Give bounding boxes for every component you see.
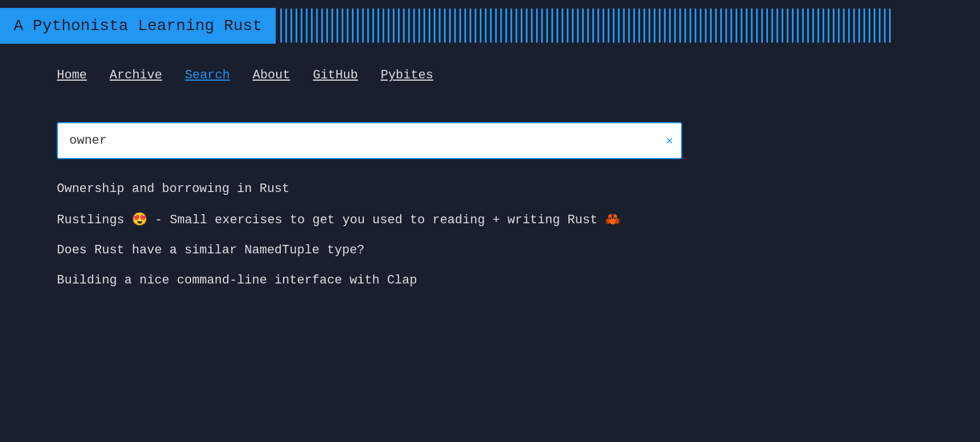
site-title-bg: A Pythonista Learning Rust: [0, 8, 276, 44]
nav-home[interactable]: Home: [57, 68, 87, 82]
header-bar: [751, 9, 753, 43]
nav-search[interactable]: Search: [185, 68, 230, 82]
header-bar: [684, 9, 686, 43]
header-bar: [377, 9, 379, 43]
site-header: A Pythonista Learning Rust: [0, 0, 980, 51]
header-bar: [572, 9, 574, 43]
header-bar: [372, 9, 374, 43]
header-bar: [541, 9, 543, 43]
header-bar: [592, 9, 594, 43]
result-item[interactable]: Does Rust have a similar NamedTuple type…: [57, 243, 923, 257]
header-bar: [388, 9, 389, 43]
header-bar: [357, 9, 359, 43]
result-item[interactable]: Building a nice command-line interface w…: [57, 273, 923, 287]
header-bar: [551, 9, 553, 43]
header-bar: [505, 9, 507, 43]
header-bar: [633, 9, 635, 43]
header-bar: [730, 9, 732, 43]
result-item[interactable]: Ownership and borrowing in Rust: [57, 182, 923, 196]
header-bar: [715, 9, 717, 43]
header-bar: [812, 9, 814, 43]
header-bar: [838, 9, 840, 43]
header-bar: [301, 9, 302, 43]
nav-pybites[interactable]: Pybites: [381, 68, 433, 82]
header-bar: [761, 9, 763, 43]
header-bar: [546, 9, 548, 43]
nav-github[interactable]: GitHub: [313, 68, 358, 82]
main-nav: Home Archive Search About GitHub Pybites: [0, 51, 980, 99]
site-title: A Pythonista Learning Rust: [14, 17, 262, 35]
header-bar: [567, 9, 568, 43]
header-bar: [326, 9, 328, 43]
header-bar: [444, 9, 446, 43]
header-bar: [705, 9, 707, 43]
header-bar: [352, 9, 354, 43]
header-bar: [643, 9, 645, 43]
header-bar: [613, 9, 614, 43]
header-bar: [725, 9, 727, 43]
header-bar: [695, 9, 696, 43]
header-bar: [843, 9, 845, 43]
header-bar: [383, 9, 384, 43]
header-bar: [562, 9, 563, 43]
header-bar: [408, 9, 410, 43]
header-bar: [623, 9, 625, 43]
header-bar: [823, 9, 824, 43]
header-bar: [367, 9, 369, 43]
header-bar: [398, 9, 400, 43]
header-bar: [577, 9, 579, 43]
header-bar: [587, 9, 589, 43]
header-bar: [863, 9, 865, 43]
header-bar: [331, 9, 333, 43]
header-bar: [475, 9, 476, 43]
header-bar: [311, 9, 313, 43]
header-bar: [495, 9, 497, 43]
search-clear-button[interactable]: ×: [666, 134, 673, 148]
header-bar: [536, 9, 538, 43]
header-bar: [337, 9, 338, 43]
header-bar: [449, 9, 451, 43]
header-bar: [797, 9, 799, 43]
header-bar: [362, 9, 364, 43]
header-bar: [792, 9, 794, 43]
header-bar: [802, 9, 804, 43]
header-bar: [285, 9, 287, 43]
header-bar: [700, 9, 701, 43]
header-bar: [459, 9, 461, 43]
header-bar: [608, 9, 609, 43]
header-bar: [429, 9, 430, 43]
header-bar: [306, 9, 308, 43]
header-bar: [347, 9, 348, 43]
header-bar: [853, 9, 855, 43]
header-bar: [480, 9, 481, 43]
header-bar: [766, 9, 768, 43]
nav-archive[interactable]: Archive: [110, 68, 162, 82]
header-bar: [434, 9, 435, 43]
result-item[interactable]: Rustlings 😍 - Small exercises to get you…: [57, 212, 923, 227]
header-bar: [874, 9, 875, 43]
header-bar: [403, 9, 405, 43]
header-bar: [828, 9, 829, 43]
header-bar: [423, 9, 425, 43]
header-bar: [741, 9, 742, 43]
header-bar: [413, 9, 415, 43]
header-bars-decoration: [276, 0, 980, 51]
header-bar: [654, 9, 655, 43]
header-bar: [296, 9, 297, 43]
header-bar: [736, 9, 737, 43]
header-bar: [582, 9, 584, 43]
search-results: Ownership and borrowing in RustRustlings…: [57, 182, 923, 287]
header-bar: [500, 9, 502, 43]
header-bar: [516, 9, 517, 43]
header-bar: [858, 9, 860, 43]
header-bar: [521, 9, 522, 43]
header-bar: [746, 9, 748, 43]
header-bar: [817, 9, 819, 43]
header-bar: [342, 9, 343, 43]
nav-about[interactable]: About: [252, 68, 290, 82]
header-bar: [290, 9, 292, 43]
search-input[interactable]: [57, 122, 682, 159]
header-bar: [664, 9, 666, 43]
header-bar: [649, 9, 650, 43]
header-bar: [464, 9, 466, 43]
